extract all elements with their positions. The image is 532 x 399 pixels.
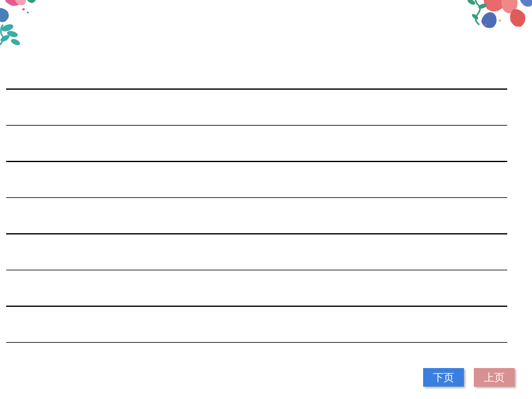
writing-lines-area (6, 88, 507, 343)
svg-point-10 (485, 24, 487, 26)
svg-point-4 (22, 8, 25, 11)
writing-line (6, 161, 507, 162)
writing-line (6, 270, 507, 271)
writing-line (6, 197, 507, 199)
navigation-buttons: 下页 上页 (423, 368, 515, 387)
writing-line (6, 342, 507, 343)
svg-point-6 (466, 0, 476, 6)
writing-line (6, 88, 507, 90)
writing-line (6, 306, 507, 307)
next-page-button[interactable]: 下页 (423, 368, 464, 387)
floral-decoration-right (452, 0, 532, 43)
svg-point-9 (499, 19, 501, 22)
svg-point-5 (27, 12, 29, 14)
writing-line (6, 233, 507, 234)
writing-line (6, 125, 507, 126)
svg-point-3 (10, 38, 21, 46)
floral-decoration-left (0, 0, 49, 56)
prev-page-button[interactable]: 上页 (474, 368, 515, 387)
